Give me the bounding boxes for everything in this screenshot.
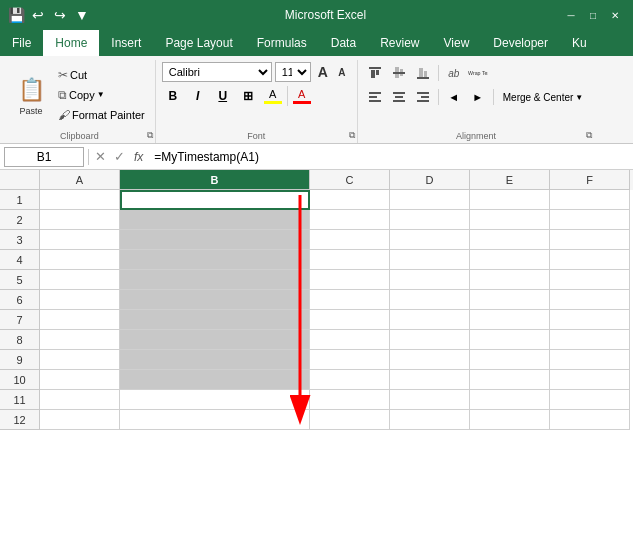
align-left-button[interactable]: [364, 86, 386, 108]
italic-button[interactable]: I: [187, 85, 209, 107]
cell-f3[interactable]: [550, 230, 630, 250]
cell-b2[interactable]: [120, 210, 310, 230]
col-header-b[interactable]: B: [120, 170, 310, 190]
cell-b3[interactable]: [120, 230, 310, 250]
cell-d6[interactable]: [390, 290, 470, 310]
redo-icon[interactable]: ↪: [52, 7, 68, 23]
cell-b7[interactable]: [120, 310, 310, 330]
orientation-button[interactable]: ab: [443, 62, 465, 84]
menu-review[interactable]: Review: [368, 30, 431, 56]
menu-ku[interactable]: Ku: [560, 30, 599, 56]
cell-f1[interactable]: [550, 190, 630, 210]
menu-developer[interactable]: Developer: [481, 30, 560, 56]
font-name-select[interactable]: Calibri: [162, 62, 272, 82]
menu-data[interactable]: Data: [319, 30, 368, 56]
cell-c7[interactable]: [310, 310, 390, 330]
cell-f7[interactable]: [550, 310, 630, 330]
cell-b5[interactable]: [120, 270, 310, 290]
cell-b1[interactable]: [120, 190, 310, 210]
row-header-2[interactable]: 2: [0, 210, 40, 230]
cell-c9[interactable]: [310, 350, 390, 370]
cell-c12[interactable]: [310, 410, 390, 430]
cell-d5[interactable]: [390, 270, 470, 290]
restore-button[interactable]: □: [583, 5, 603, 25]
alignment-expand[interactable]: ⧉: [586, 130, 592, 141]
cell-e9[interactable]: [470, 350, 550, 370]
wrap-text-button[interactable]: Wrap Text: [467, 62, 489, 84]
cell-b6[interactable]: [120, 290, 310, 310]
cell-f4[interactable]: [550, 250, 630, 270]
cell-f12[interactable]: [550, 410, 630, 430]
font-expand[interactable]: ⧉: [349, 130, 355, 141]
align-bottom-button[interactable]: [412, 62, 434, 84]
row-header-8[interactable]: 8: [0, 330, 40, 350]
cell-d3[interactable]: [390, 230, 470, 250]
cell-e2[interactable]: [470, 210, 550, 230]
increase-indent-button[interactable]: ►: [467, 86, 489, 108]
cell-e3[interactable]: [470, 230, 550, 250]
cell-c11[interactable]: [310, 390, 390, 410]
row-header-12[interactable]: 12: [0, 410, 40, 430]
cell-d12[interactable]: [390, 410, 470, 430]
cell-b12[interactable]: [120, 410, 310, 430]
align-right-button[interactable]: [412, 86, 434, 108]
cell-c5[interactable]: [310, 270, 390, 290]
align-center-button[interactable]: [388, 86, 410, 108]
underline-button[interactable]: U: [212, 85, 234, 107]
row-header-1[interactable]: 1: [0, 190, 40, 210]
cell-f11[interactable]: [550, 390, 630, 410]
col-header-f[interactable]: F: [550, 170, 630, 190]
cell-b10[interactable]: [120, 370, 310, 390]
border-button[interactable]: ⊞: [237, 85, 259, 107]
cell-a10[interactable]: [40, 370, 120, 390]
cell-e11[interactable]: [470, 390, 550, 410]
cell-e12[interactable]: [470, 410, 550, 430]
cell-a8[interactable]: [40, 330, 120, 350]
row-header-6[interactable]: 6: [0, 290, 40, 310]
cell-a11[interactable]: [40, 390, 120, 410]
copy-button[interactable]: ⧉ Copy ▼: [54, 86, 149, 104]
cell-b9[interactable]: [120, 350, 310, 370]
cell-c6[interactable]: [310, 290, 390, 310]
cell-a12[interactable]: [40, 410, 120, 430]
row-header-10[interactable]: 10: [0, 370, 40, 390]
customize-icon[interactable]: ▼: [74, 7, 90, 23]
cell-e5[interactable]: [470, 270, 550, 290]
menu-view[interactable]: View: [432, 30, 482, 56]
formula-cancel-button[interactable]: ✕: [93, 149, 108, 164]
cell-f6[interactable]: [550, 290, 630, 310]
cell-a3[interactable]: [40, 230, 120, 250]
cell-d1[interactable]: [390, 190, 470, 210]
row-header-5[interactable]: 5: [0, 270, 40, 290]
cell-e1[interactable]: [470, 190, 550, 210]
cell-b11[interactable]: [120, 390, 310, 410]
cell-d11[interactable]: [390, 390, 470, 410]
menu-formulas[interactable]: Formulas: [245, 30, 319, 56]
close-button[interactable]: ✕: [605, 5, 625, 25]
decrease-font-size-button[interactable]: A: [333, 62, 351, 82]
minimize-button[interactable]: ─: [561, 5, 581, 25]
menu-insert[interactable]: Insert: [99, 30, 153, 56]
increase-font-size-button[interactable]: A: [314, 62, 332, 82]
bold-button[interactable]: B: [162, 85, 184, 107]
formula-input[interactable]: [150, 147, 629, 167]
align-top-button[interactable]: [364, 62, 386, 84]
col-header-d[interactable]: D: [390, 170, 470, 190]
cell-a4[interactable]: [40, 250, 120, 270]
cell-d9[interactable]: [390, 350, 470, 370]
cell-c10[interactable]: [310, 370, 390, 390]
cell-c1[interactable]: [310, 190, 390, 210]
cell-c4[interactable]: [310, 250, 390, 270]
col-header-e[interactable]: E: [470, 170, 550, 190]
menu-home[interactable]: Home: [43, 30, 99, 56]
cell-d7[interactable]: [390, 310, 470, 330]
col-header-a[interactable]: A: [40, 170, 120, 190]
cell-e6[interactable]: [470, 290, 550, 310]
cell-f10[interactable]: [550, 370, 630, 390]
cell-f8[interactable]: [550, 330, 630, 350]
cell-a5[interactable]: [40, 270, 120, 290]
clipboard-expand[interactable]: ⧉: [147, 130, 153, 141]
row-header-3[interactable]: 3: [0, 230, 40, 250]
format-painter-button[interactable]: 🖌 Format Painter: [54, 106, 149, 124]
cell-e10[interactable]: [470, 370, 550, 390]
